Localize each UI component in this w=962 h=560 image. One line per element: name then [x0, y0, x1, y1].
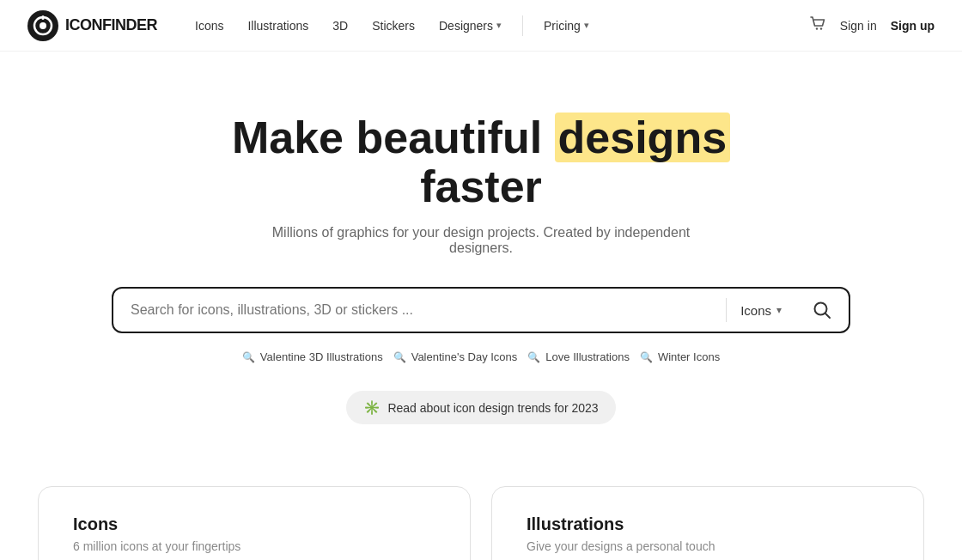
card-icons-title: Icons: [73, 514, 118, 534]
trends-sparkle-icon: ✳️: [363, 399, 381, 416]
trends-label: Read about icon design trends for 2023: [387, 401, 598, 415]
signin-button[interactable]: Sign in: [840, 19, 877, 33]
nav-pricing[interactable]: Pricing ▾: [533, 14, 600, 38]
search-bar: Icons ▾: [112, 287, 850, 333]
nav-3d-label: 3D: [332, 19, 348, 33]
nav-icons-label: Icons: [195, 19, 223, 33]
card-illustrations-title: Illustrations: [527, 514, 624, 534]
svg-point-2: [40, 22, 46, 29]
hero-title-part1: Make beautiful: [232, 113, 555, 162]
suggestion-valentine-3d[interactable]: 🔍 Valentine 3D Illustrations: [242, 350, 383, 363]
brand-name: ICONFINDER: [65, 16, 157, 34]
svg-rect-3: [42, 15, 45, 20]
nav-links: Icons Illustrations 3D Stickers Designer…: [185, 14, 802, 38]
hero-title-part2: faster: [420, 161, 542, 211]
suggestions-list: 🔍 Valentine 3D Illustrations 🔍 Valentine…: [242, 350, 720, 363]
nav-stickers-label: Stickers: [372, 19, 415, 33]
search-type-label: Icons: [740, 303, 771, 318]
category-cards: Icons 6 million icons at your fingertips…: [27, 486, 935, 560]
svg-point-4: [816, 27, 818, 29]
logo-icon: [27, 10, 58, 41]
nav-stickers[interactable]: Stickers: [362, 14, 425, 38]
nav-designers-label: Designers: [439, 19, 493, 33]
navbar: ICONFINDER Icons Illustrations 3D Sticke…: [0, 0, 962, 52]
suggestion-label: Winter Icons: [658, 350, 720, 363]
chevron-down-icon: ▾: [496, 20, 502, 31]
category-card-icons[interactable]: Icons 6 million icons at your fingertips: [38, 486, 471, 560]
logo[interactable]: ICONFINDER: [27, 10, 157, 41]
card-icons-subtitle: 6 million icons at your fingertips: [73, 539, 240, 553]
suggestion-love-illustrations[interactable]: 🔍 Love Illustrations: [527, 350, 630, 363]
search-input[interactable]: [113, 289, 726, 332]
signup-button[interactable]: Sign up: [891, 19, 935, 33]
search-small-icon: 🔍: [393, 351, 406, 363]
nav-designers[interactable]: Designers ▾: [429, 14, 512, 38]
trends-button[interactable]: ✳️ Read about icon design trends for 202…: [346, 391, 615, 424]
nav-illustrations[interactable]: Illustrations: [237, 14, 319, 38]
suggestion-label: Love Illustrations: [545, 350, 630, 363]
nav-right: Sign in Sign up: [809, 15, 935, 36]
pricing-label: Pricing: [544, 19, 581, 33]
card-illustrations-subtitle: Give your designs a personal touch: [527, 539, 715, 553]
search-small-icon: 🔍: [527, 351, 540, 363]
svg-point-5: [820, 27, 822, 29]
nav-icons[interactable]: Icons: [185, 14, 234, 38]
search-type-chevron-icon: ▾: [776, 304, 782, 316]
nav-3d[interactable]: 3D: [322, 14, 358, 38]
nav-divider: [522, 15, 523, 36]
category-card-illustrations[interactable]: Illustrations Give your designs a person…: [491, 486, 924, 560]
suggestion-winter-icons[interactable]: 🔍 Winter Icons: [640, 350, 720, 363]
search-type-dropdown[interactable]: Icons ▾: [727, 303, 795, 318]
hero-section: Make beautiful designs faster Millions o…: [0, 52, 962, 560]
hero-title: Make beautiful designs faster: [180, 113, 782, 211]
cart-icon[interactable]: [809, 15, 826, 36]
suggestion-label: Valentine's Day Icons: [411, 350, 518, 363]
search-button[interactable]: [795, 289, 849, 332]
search-small-icon: 🔍: [640, 351, 653, 363]
suggestion-label: Valentine 3D Illustrations: [260, 350, 383, 363]
search-icon: [813, 301, 831, 320]
nav-illustrations-label: Illustrations: [247, 19, 308, 33]
hero-subtitle: Millions of graphics for your design pro…: [240, 225, 722, 256]
hero-title-highlight: designs: [555, 113, 731, 162]
pricing-chevron-icon: ▾: [584, 20, 589, 31]
suggestion-valentines-day[interactable]: 🔍 Valentine's Day Icons: [393, 350, 518, 363]
search-small-icon: 🔍: [242, 351, 255, 363]
